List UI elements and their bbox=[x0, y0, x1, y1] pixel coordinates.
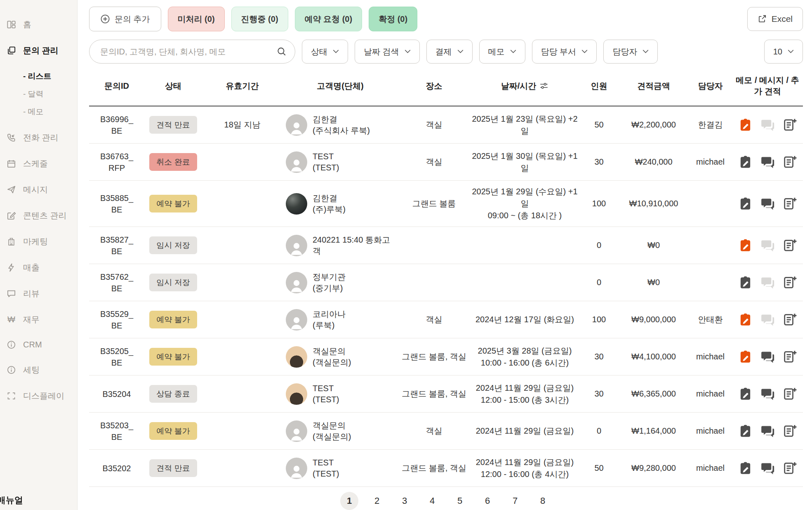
sidebar-item-content-mgmt[interactable]: 콘텐츠 관리 bbox=[7, 210, 77, 221]
quote-add-icon-button[interactable] bbox=[783, 424, 797, 438]
search-icon[interactable] bbox=[277, 47, 287, 57]
quote-add-icon-button[interactable] bbox=[783, 461, 797, 475]
filter-reservation-request-button[interactable]: 예약 요청 (0) bbox=[295, 7, 362, 31]
page-7[interactable]: 7 bbox=[506, 492, 524, 510]
memo-icon-button[interactable] bbox=[738, 155, 753, 169]
excel-export-button[interactable]: Excel bbox=[747, 7, 803, 31]
payment-filter-dropdown[interactable]: 결제 bbox=[426, 40, 473, 64]
quote-add-icon-button[interactable] bbox=[783, 155, 797, 169]
filter-unprocessed-button[interactable]: 미처리 (0) bbox=[168, 7, 225, 31]
search-input[interactable] bbox=[100, 47, 272, 57]
page-4[interactable]: 4 bbox=[423, 492, 441, 510]
page-6[interactable]: 6 bbox=[478, 492, 497, 510]
table-row[interactable]: B35529_BE 예약 불가 코리아나 (루북) 객실 2024년 12월 1… bbox=[89, 301, 803, 338]
sidebar-label: 문의 관리 bbox=[23, 45, 59, 56]
message-icon-button[interactable] bbox=[760, 424, 775, 438]
filter-in-progress-button[interactable]: 진행중 (0) bbox=[231, 7, 288, 31]
sidebar-item-memo[interactable]: - 메모 bbox=[23, 106, 77, 117]
actions-cell bbox=[732, 456, 803, 480]
message-icon-button[interactable] bbox=[760, 238, 775, 253]
message-icon-button[interactable] bbox=[760, 118, 775, 132]
table-row[interactable]: B35202 견적 만료 TEST (TEST) 그랜드 볼룸, 객실 2024… bbox=[89, 450, 803, 487]
quote-add-icon-button[interactable] bbox=[783, 118, 797, 132]
message-icon-button[interactable] bbox=[760, 312, 775, 327]
customer-cell: 객실문의 (객실문의) bbox=[282, 341, 398, 373]
add-inquiry-button[interactable]: 문의 추가 bbox=[89, 7, 161, 31]
sidebar-item-crm[interactable]: CRM bbox=[7, 340, 77, 349]
memo-icon-button[interactable] bbox=[738, 424, 753, 438]
memo-icon-button[interactable] bbox=[738, 387, 753, 401]
sidebar-item-marketing[interactable]: 마케팅 bbox=[7, 236, 77, 247]
sidebar-manual-link[interactable]: 매뉴얼 bbox=[0, 494, 23, 506]
memo-icon-button[interactable] bbox=[738, 349, 753, 364]
sidebar-item-phone-mgmt[interactable]: 전화 관리 bbox=[7, 132, 77, 143]
message-icon-button[interactable] bbox=[760, 461, 775, 475]
memo-icon-button[interactable] bbox=[738, 196, 753, 211]
dropdown-label: 상태 bbox=[311, 46, 327, 57]
message-icon-button[interactable] bbox=[760, 387, 775, 401]
headcount-cell: 100 bbox=[579, 193, 619, 214]
table-row[interactable]: B35762_BE 임시 저장 정부기관 (중기부) 0 ₩0 bbox=[89, 264, 803, 301]
message-icon-button[interactable] bbox=[760, 275, 775, 290]
amount-cell: ₩6,365,000 bbox=[619, 383, 689, 404]
avatar bbox=[286, 458, 307, 479]
sidebar-item-message[interactable]: 메시지 bbox=[7, 184, 77, 195]
manager-filter-dropdown[interactable]: 담당자 bbox=[603, 40, 658, 64]
page-size-dropdown[interactable]: 10 bbox=[764, 40, 803, 64]
quote-add-icon-button[interactable] bbox=[783, 238, 797, 253]
sidebar-item-home[interactable]: 홈 bbox=[7, 19, 77, 30]
quote-add-icon-button[interactable] bbox=[783, 312, 797, 327]
quote-add-icon-button[interactable] bbox=[783, 349, 797, 364]
table-row[interactable]: B35203_BE 예약 불가 객실문의 (객실문의) 객실 2024년 11월… bbox=[89, 413, 803, 450]
sidebar-item-calendar[interactable]: - 달력 bbox=[23, 89, 77, 99]
person-icon bbox=[288, 463, 305, 479]
table-row[interactable]: B35205_BE 예약 불가 객실문의 (객실문의) 그랜드 볼룸, 객실 2… bbox=[89, 338, 803, 375]
message-icon-button[interactable] bbox=[760, 155, 775, 169]
actions-cell bbox=[732, 191, 803, 216]
sidebar-item-display[interactable]: 디스플레이 bbox=[7, 390, 77, 401]
date-search-dropdown[interactable]: 날짜 검색 bbox=[355, 40, 420, 64]
memo-icon-button[interactable] bbox=[738, 461, 753, 475]
sidebar-item-sales[interactable]: 매출 bbox=[7, 262, 77, 273]
col-place: 장소 bbox=[398, 80, 470, 92]
amount-cell: ₩2,200,000 bbox=[619, 114, 689, 135]
message-icon-button[interactable] bbox=[760, 349, 775, 364]
page-1[interactable]: 1 bbox=[340, 492, 358, 510]
memo-filter-dropdown[interactable]: 메모 bbox=[479, 40, 525, 64]
filter-confirmed-button[interactable]: 확정 (0) bbox=[369, 7, 417, 31]
quote-add-icon-button[interactable] bbox=[783, 387, 797, 401]
sidebar-item-finance[interactable]: ₩ 재무 bbox=[7, 314, 77, 325]
sidebar-label: 세팅 bbox=[23, 364, 40, 375]
validity-cell bbox=[202, 352, 282, 362]
table-row[interactable]: B35827_BE 임시 저장 240221 15:40 통화고객 0 ₩0 bbox=[89, 227, 803, 264]
table-row[interactable]: B36763_RFP 취소 완료 TEST (TEST) 객실 2025년 1월… bbox=[89, 144, 803, 181]
message-icon-button[interactable] bbox=[760, 196, 775, 211]
quote-add-icon bbox=[783, 387, 797, 401]
table-row[interactable]: B36996_BE 견적 만료 18일 지남 김한결 (주식회사 루북) 객실 … bbox=[89, 106, 803, 144]
edit-icon bbox=[7, 211, 16, 220]
memo-icon-button[interactable] bbox=[738, 238, 753, 253]
page-8[interactable]: 8 bbox=[534, 492, 552, 510]
page-2[interactable]: 2 bbox=[368, 492, 386, 510]
sidebar-item-settings[interactable]: 세팅 bbox=[7, 364, 77, 375]
table-row[interactable]: B35885_BE 예약 불가 김한결 (주)루북) 그랜드 볼룸 2025년 … bbox=[89, 181, 803, 227]
avatar bbox=[286, 420, 307, 442]
memo-icon-button[interactable] bbox=[738, 118, 753, 132]
chevron-down-icon bbox=[333, 50, 339, 54]
status-filter-dropdown[interactable]: 상태 bbox=[302, 40, 348, 64]
sidebar-item-list[interactable]: - 리스트 bbox=[23, 71, 77, 82]
table-row[interactable]: B35204 상담 종료 TEST (TEST) 그랜드 볼룸, 객실 2024… bbox=[89, 375, 803, 413]
quote-add-icon-button[interactable] bbox=[783, 196, 797, 211]
quote-add-icon-button[interactable] bbox=[783, 275, 797, 290]
sidebar-label: 재무 bbox=[23, 314, 40, 325]
message-icon bbox=[760, 155, 775, 169]
sidebar-item-review[interactable]: 리뷰 bbox=[7, 288, 77, 299]
sidebar-item-schedule[interactable]: 스케줄 bbox=[7, 158, 77, 169]
page-5[interactable]: 5 bbox=[451, 492, 469, 510]
sidebar-item-inquiry-mgmt[interactable]: 문의 관리 bbox=[7, 45, 77, 56]
department-filter-dropdown[interactable]: 담당 부서 bbox=[532, 40, 597, 64]
memo-icon-button[interactable] bbox=[738, 275, 753, 290]
memo-icon-button[interactable] bbox=[738, 312, 753, 327]
page-3[interactable]: 3 bbox=[395, 492, 414, 510]
sort-sliders-icon[interactable] bbox=[539, 81, 548, 90]
